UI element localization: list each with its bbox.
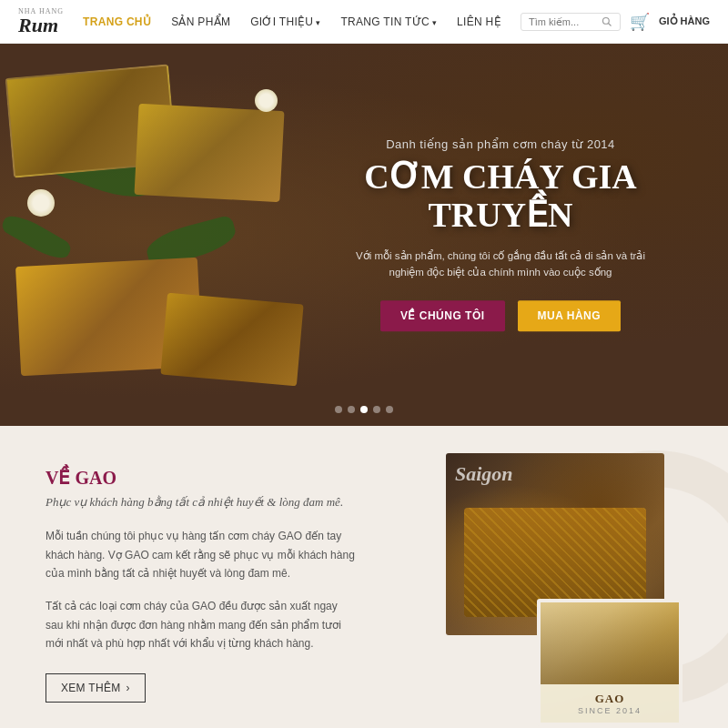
search-box[interactable] [521,13,621,31]
nav-item-contact[interactable]: LIÊN HỆ [457,15,501,28]
hero-title: CƠM CHÁY GIA TRUYỀN [328,158,673,235]
hero-food-decoration [0,44,309,426]
logo-area: NHA HANG Rum [18,7,64,35]
garlic-decoration-1 [27,189,55,217]
nav-item-news[interactable]: TRANG TIN TỨC [340,15,437,28]
photo-label-since: SINCE 2014 [548,706,672,715]
shop-button[interactable]: MUA HÀNG [518,301,622,332]
header-right: 🛒 GIỎ HÀNG [521,12,710,32]
hero-section: Danh tiếng sản phẩm cơm cháy từ 2014 CƠM… [0,44,728,426]
about-section: VỀ GAO Phục vụ khách hàng bằng tất cả nh… [0,426,728,728]
cart-icon[interactable]: 🛒 [630,12,650,32]
about-title: VỀ GAO [46,467,355,489]
hero-subtitle: Danh tiếng sản phẩm cơm cháy từ 2014 [328,137,673,151]
logo: Rum [18,15,64,35]
dot-3-active[interactable] [360,406,368,413]
read-more-arrow: › [126,682,130,694]
garlic-decoration-2 [255,89,278,112]
dot-5[interactable] [386,406,393,413]
header: NHA HANG Rum TRANG CHỦ SẢN PHẨM GIỚI THI… [0,0,728,44]
hero-dots [335,406,393,413]
leaf-3 [0,209,74,266]
hero-content: Danh tiếng sản phẩm cơm cháy từ 2014 CƠM… [328,137,673,331]
search-icon [602,16,612,27]
hero-description: Với mỗi sản phẩm, chúng tôi cố gắng đầu … [346,248,655,281]
read-more-label: XEM THÊM [61,682,121,694]
saigon-label: Saigon [455,462,513,486]
about-tagline: Phục vụ khách hàng bằng tất cả nhiệt huy… [46,494,355,511]
about-body-1: Mỗi tuần chúng tôi phục vụ hàng tấn cơm … [46,527,355,582]
about-right: Saigon GAO SINCE 2014 [391,462,682,703]
photo-label-text: GAO [548,692,672,706]
about-body-2: Tất cả các loại cơm cháy của GAO đều đượ… [46,597,355,652]
photo-label: GAO SINCE 2014 [541,684,679,723]
food-block-4 [160,293,303,387]
food-block-2 [134,104,284,202]
about-photo-secondary: GAO SINCE 2014 [537,599,682,726]
dot-2[interactable] [348,406,355,413]
svg-point-0 [602,17,609,24]
nav-item-home[interactable]: TRANG CHỦ [83,15,151,28]
read-more-button[interactable]: XEM THÊM › [46,673,146,703]
nav-item-products[interactable]: SẢN PHẨM [171,15,230,28]
dot-1[interactable] [335,406,342,413]
about-left: VỀ GAO Phục vụ khách hàng bằng tất cả nh… [46,462,355,703]
search-input[interactable] [529,16,602,27]
cart-label[interactable]: GIỎ HÀNG [659,15,710,27]
about-us-button[interactable]: VỀ CHÚNG TÔI [380,301,505,332]
svg-line-1 [608,23,611,25]
dot-4[interactable] [373,406,380,413]
hero-buttons: VỀ CHÚNG TÔI MUA HÀNG [328,301,673,332]
nav-item-about[interactable]: GIỚI THIỆU [250,15,320,28]
main-nav: TRANG CHỦ SẢN PHẨM GIỚI THIỆU TRANG TIN … [83,15,501,28]
